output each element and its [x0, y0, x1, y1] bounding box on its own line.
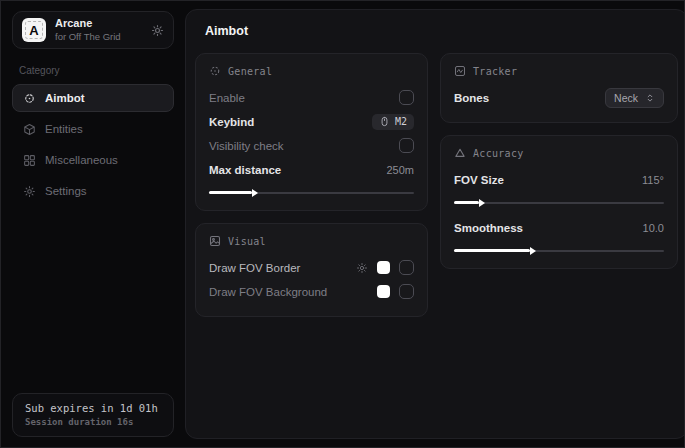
sidebar-item-label: Aimbot — [45, 92, 85, 104]
fov-background-label: Draw FOV Background — [209, 286, 327, 298]
main-panel: Aimbot General Enable — [185, 9, 685, 439]
category-label: Category — [19, 65, 167, 76]
sidebar-item-settings[interactable]: Settings — [12, 177, 174, 205]
keybind-value: M2 — [395, 116, 407, 127]
slider-fill[interactable] — [209, 191, 252, 194]
sub-expiry-text: Sub expires in 1d 01h — [25, 402, 161, 414]
visual-card-header: Visual — [209, 235, 414, 247]
bones-label: Bones — [454, 92, 489, 104]
sidebar-item-label: Settings — [45, 185, 87, 197]
fov-border-label: Draw FOV Border — [209, 262, 300, 274]
sidebar-item-label: Miscellaneous — [45, 154, 118, 166]
fov-size-value: 115° — [642, 174, 664, 186]
fov-border-row: Draw FOV Border — [209, 256, 414, 279]
image-icon — [209, 235, 221, 247]
max-distance-slider[interactable] — [209, 188, 414, 197]
app-window: A Arcane for Off The Grid Category Aimbo… — [0, 0, 685, 448]
activity-icon — [454, 65, 466, 77]
fov-background-controls — [377, 284, 414, 299]
sidebar-item-entities[interactable]: Entities — [12, 115, 174, 143]
tracker-card-title: Tracker — [473, 66, 517, 77]
tracker-card: Tracker Bones Neck — [440, 53, 678, 123]
fov-border-checkbox[interactable] — [399, 260, 414, 275]
mouse-icon — [379, 116, 390, 127]
max-distance-label: Max distance — [209, 164, 281, 176]
bones-row: Bones Neck — [454, 86, 664, 109]
visibility-checkbox[interactable] — [399, 138, 414, 153]
keybind-button[interactable]: M2 — [372, 114, 414, 130]
sidebar: A Arcane for Off The Grid Category Aimbo… — [1, 1, 185, 447]
smoothness-label: Smoothness — [454, 222, 523, 234]
fov-border-controls — [356, 260, 414, 275]
entities-icon — [23, 123, 36, 136]
brand-logo-letter: A — [29, 23, 38, 38]
brand-settings-icon[interactable] — [151, 24, 164, 37]
brand-card: A Arcane for Off The Grid — [12, 11, 174, 49]
session-duration-text: Session duration 16s — [25, 417, 161, 427]
visual-card: Visual Draw FOV Border — [195, 223, 428, 317]
accuracy-card: Accuracy FOV Size 115° Smoothness 10.0 — [440, 135, 678, 269]
bones-select[interactable]: Neck — [605, 88, 664, 108]
subscription-card: Sub expires in 1d 01h Session duration 1… — [12, 393, 174, 437]
max-distance-value: 250m — [386, 164, 414, 176]
fov-size-label: FOV Size — [454, 174, 504, 186]
crosshair-icon — [23, 92, 36, 105]
enable-row: Enable — [209, 86, 414, 109]
brand-subtitle: for Off The Grid — [55, 31, 142, 43]
accuracy-card-header: Accuracy — [454, 147, 664, 159]
slider-fill[interactable] — [454, 201, 479, 204]
page-title: Aimbot — [205, 24, 668, 38]
fov-size-row: FOV Size 115° — [454, 168, 664, 191]
visual-card-title: Visual — [228, 236, 266, 247]
brand-name: Arcane — [55, 17, 142, 31]
keybind-label: Keybind — [209, 116, 254, 128]
fov-border-color-swatch[interactable] — [377, 261, 390, 274]
triangle-icon — [454, 147, 466, 159]
general-card-header: General — [209, 65, 414, 77]
smoothness-slider[interactable] — [454, 246, 664, 255]
fov-border-gear-icon[interactable] — [356, 262, 368, 274]
general-card-title: General — [228, 66, 272, 77]
accuracy-card-title: Accuracy — [473, 148, 524, 159]
sidebar-item-label: Entities — [45, 123, 83, 135]
visibility-check-label: Visibility check — [209, 140, 284, 152]
fov-size-slider[interactable] — [454, 198, 664, 207]
sidebar-item-miscellaneous[interactable]: Miscellaneous — [12, 146, 174, 174]
visibility-check-row: Visibility check — [209, 134, 414, 157]
smoothness-row: Smoothness 10.0 — [454, 216, 664, 239]
fov-background-color-swatch[interactable] — [377, 285, 390, 298]
bones-selected-value: Neck — [614, 92, 638, 104]
sidebar-spacer — [12, 208, 174, 393]
fov-background-row: Draw FOV Background — [209, 280, 414, 303]
left-column: General Enable Keybind — [195, 53, 428, 329]
enable-checkbox[interactable] — [399, 90, 414, 105]
keybind-row: Keybind M2 — [209, 110, 414, 133]
content-columns: General Enable Keybind — [195, 53, 678, 329]
brand-text: Arcane for Off The Grid — [55, 17, 142, 43]
right-column: Tracker Bones Neck — [440, 53, 678, 281]
fov-background-checkbox[interactable] — [399, 284, 414, 299]
general-card: General Enable Keybind — [195, 53, 428, 211]
slider-fill[interactable] — [454, 249, 530, 252]
brand-logo: A — [22, 18, 46, 42]
enable-label: Enable — [209, 92, 245, 104]
chevrons-up-down-icon — [645, 93, 655, 103]
smoothness-value: 10.0 — [643, 222, 664, 234]
slider-track — [454, 202, 664, 204]
gear-icon — [23, 185, 36, 198]
scan-icon — [209, 65, 221, 77]
tracker-card-header: Tracker — [454, 65, 664, 77]
max-distance-row: Max distance 250m — [209, 158, 414, 181]
sidebar-item-aimbot[interactable]: Aimbot — [12, 84, 174, 112]
grid-icon — [23, 154, 36, 167]
